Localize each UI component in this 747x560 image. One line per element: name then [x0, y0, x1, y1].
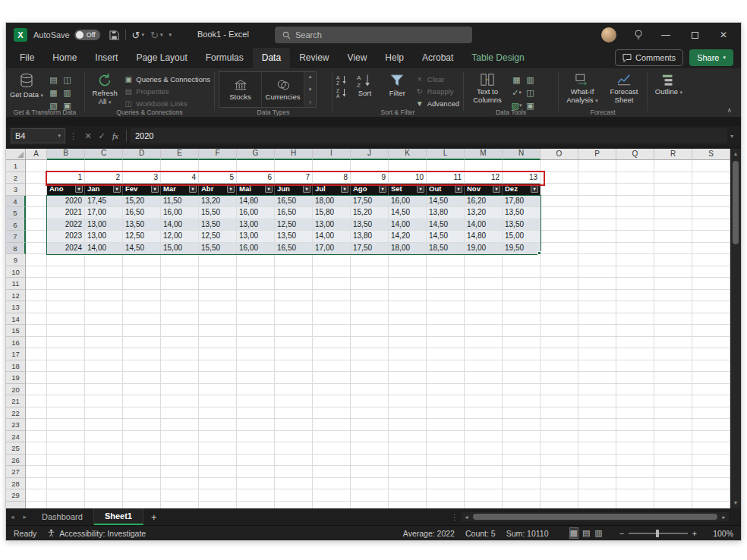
cell-M1[interactable] [465, 160, 503, 172]
cell-F3[interactable]: Abr▾ [199, 184, 237, 196]
cell-Q23[interactable] [616, 419, 654, 431]
cell-A29[interactable] [26, 489, 47, 502]
cell-B29[interactable] [47, 489, 85, 502]
cell-S1[interactable] [692, 160, 730, 172]
cell-L21[interactable] [427, 395, 465, 407]
cell-F7[interactable]: 12,50 [199, 231, 237, 243]
cell-S27[interactable] [692, 466, 730, 478]
cell-P6[interactable] [578, 219, 616, 231]
cell-K8[interactable]: 18,00 [389, 243, 427, 255]
tab-help[interactable]: Help [376, 48, 413, 68]
tab-insert[interactable]: Insert [86, 48, 127, 68]
outline-button[interactable]: Outline ▾ [651, 71, 686, 96]
cell-D25[interactable] [123, 442, 161, 455]
cell-J19[interactable] [351, 372, 389, 384]
cell-I25[interactable] [313, 442, 351, 455]
cell-K6[interactable]: 14,00 [389, 219, 427, 231]
cell-A2[interactable] [26, 172, 47, 184]
cell-A1[interactable] [26, 160, 47, 172]
row-header-20[interactable]: 20 [6, 384, 26, 396]
cell-C25[interactable] [85, 442, 123, 455]
cell-H21[interactable] [275, 395, 313, 407]
cell-D2[interactable]: 3 [123, 172, 161, 184]
cell-I11[interactable] [313, 278, 351, 290]
cell-P16[interactable] [578, 337, 616, 349]
cell-R28[interactable] [654, 478, 692, 490]
cell-C8[interactable]: 14,00 [85, 243, 123, 255]
cell-G23[interactable] [237, 419, 275, 431]
sort-button[interactable]: AZ Sort [350, 71, 380, 98]
cell-B4[interactable]: 2020 [47, 196, 85, 208]
column-header-R[interactable]: R [654, 149, 692, 160]
cell-I5[interactable]: 15,80 [313, 207, 351, 219]
cell-S2[interactable] [692, 172, 730, 184]
cell-E1[interactable] [161, 160, 199, 172]
cell-I24[interactable] [313, 431, 351, 443]
cell-D8[interactable]: 14,50 [123, 243, 161, 255]
cell-L7[interactable]: 14,50 [427, 231, 465, 243]
cell-D29[interactable] [123, 489, 161, 502]
cell-P26[interactable] [578, 455, 616, 467]
cell-H6[interactable]: 12,50 [275, 219, 313, 231]
cell-O28[interactable] [541, 478, 578, 490]
cell-G27[interactable] [237, 466, 275, 478]
enter-icon[interactable]: ✓ [95, 131, 109, 141]
cell-J12[interactable] [351, 290, 389, 302]
cell-F19[interactable] [199, 372, 237, 384]
cell-S17[interactable] [692, 348, 730, 360]
stocks-button[interactable]: Stocks [219, 72, 262, 107]
cell-B24[interactable] [47, 431, 85, 443]
cell-O30[interactable] [541, 502, 578, 509]
lightbulb-icon[interactable] [627, 25, 650, 45]
cell-A9[interactable] [26, 254, 47, 266]
cell-R26[interactable] [654, 455, 692, 467]
cell-C3[interactable]: Jan▾ [85, 184, 123, 196]
cell-Q22[interactable] [616, 407, 654, 420]
filter-dropdown-icon[interactable]: ▾ [265, 185, 273, 193]
cell-E29[interactable] [161, 489, 199, 502]
cell-D30[interactable] [123, 502, 161, 509]
row-header-8[interactable]: 8 [6, 243, 26, 255]
cell-F25[interactable] [199, 442, 237, 455]
customize-qat-button[interactable]: ▾ [169, 32, 172, 38]
cell-C20[interactable] [85, 384, 123, 396]
cell-R4[interactable] [654, 196, 692, 208]
cell-D10[interactable] [123, 266, 161, 278]
excel-logo-icon[interactable]: X [14, 28, 27, 42]
cell-S12[interactable] [692, 290, 730, 302]
what-if-analysis-button[interactable]: What-If Analysis ▾ [563, 71, 602, 105]
cell-F11[interactable] [199, 278, 237, 290]
cell-I19[interactable] [313, 372, 351, 384]
user-avatar[interactable] [601, 27, 616, 42]
cell-K27[interactable] [389, 466, 427, 478]
cell-E28[interactable] [161, 478, 199, 490]
row-header-1[interactable]: 1 [6, 160, 26, 172]
cell-O2[interactable] [541, 172, 578, 184]
cell-J15[interactable] [351, 325, 389, 337]
from-text-csv-icon[interactable]: ▤ [47, 74, 60, 86]
filter-dropdown-icon[interactable]: ▾ [493, 185, 500, 193]
cell-O18[interactable] [541, 360, 578, 373]
vertical-scrollbar[interactable]: ▲ ▼ [730, 149, 741, 508]
filter-dropdown-icon[interactable]: ▾ [303, 185, 310, 193]
cell-S6[interactable] [692, 219, 730, 231]
cell-A5[interactable] [26, 207, 47, 219]
cell-S8[interactable] [692, 243, 730, 255]
cell-Q15[interactable] [616, 325, 654, 337]
cell-I7[interactable]: 14,00 [313, 231, 351, 243]
cell-B20[interactable] [47, 384, 85, 396]
cell-A14[interactable] [26, 313, 47, 326]
cell-J25[interactable] [351, 442, 389, 455]
cell-A25[interactable] [26, 442, 47, 455]
cell-D21[interactable] [123, 395, 161, 407]
select-all-corner[interactable] [6, 149, 26, 160]
cell-L12[interactable] [427, 290, 465, 302]
cell-O1[interactable] [541, 160, 578, 172]
filter-dropdown-icon[interactable]: ▾ [113, 185, 121, 193]
filter-dropdown-icon[interactable]: ▾ [531, 185, 538, 193]
filter-dropdown-icon[interactable]: ▾ [227, 185, 235, 193]
cell-J7[interactable]: 13,80 [351, 231, 389, 243]
column-header-K[interactable]: K [389, 149, 427, 160]
cell-Q4[interactable] [616, 196, 654, 208]
cell-E17[interactable] [161, 348, 199, 360]
